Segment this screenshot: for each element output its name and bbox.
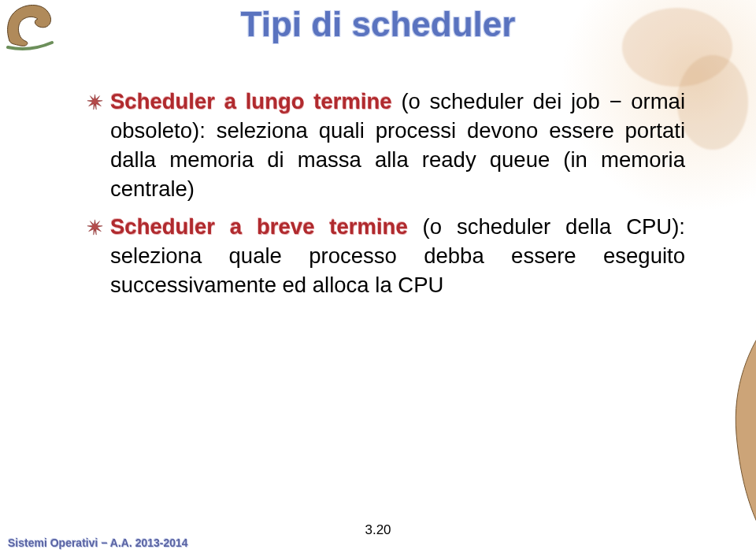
bullet-label: Scheduler a breve termine bbox=[110, 214, 408, 239]
bullet-item: Scheduler a breve termine (o scheduler d… bbox=[87, 212, 685, 299]
star-burst-icon bbox=[87, 94, 110, 113]
decoration bbox=[677, 55, 748, 150]
svg-marker-0 bbox=[87, 95, 102, 110]
bullet-text: Scheduler a lungo termine (o scheduler d… bbox=[110, 87, 685, 204]
bullet-text: Scheduler a breve termine (o scheduler d… bbox=[110, 212, 685, 299]
page-number: 3.20 bbox=[0, 522, 756, 538]
bullet-dash: − bbox=[609, 89, 621, 113]
bullet-item: Scheduler a lungo termine (o scheduler d… bbox=[87, 87, 685, 204]
title-text: Tipi di scheduler bbox=[241, 5, 516, 43]
bullet-label: Scheduler a lungo termine bbox=[110, 89, 392, 113]
star-burst-icon bbox=[87, 219, 110, 239]
slide-title: Tipi di scheduler bbox=[0, 5, 756, 44]
footer-text: Sistemi Operativi − A.A. 2013-2014 bbox=[8, 537, 188, 549]
bullet-body-a: (o scheduler dei job bbox=[392, 89, 610, 113]
dinosaur-corner-icon bbox=[677, 316, 756, 552]
page-number-text: 3.20 bbox=[365, 522, 391, 537]
footer-left: Sistemi Operativi − A.A. 2013-2014 bbox=[8, 537, 188, 549]
slide: Tipi di scheduler Scheduler a lungo term… bbox=[0, 0, 756, 557]
content-area: Scheduler a lungo termine (o scheduler d… bbox=[87, 87, 685, 307]
svg-marker-1 bbox=[87, 219, 102, 234]
